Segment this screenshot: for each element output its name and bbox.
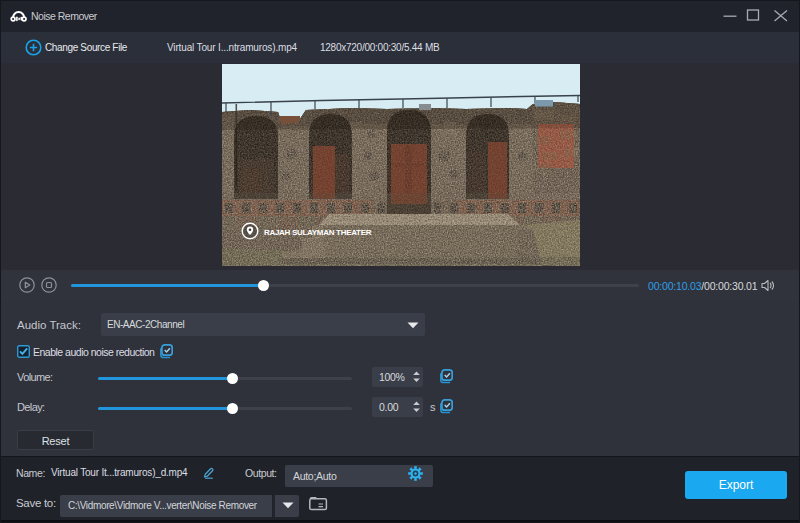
svg-text:RAJAH SULAYMAN THEATER: RAJAH SULAYMAN THEATER — [264, 228, 372, 237]
